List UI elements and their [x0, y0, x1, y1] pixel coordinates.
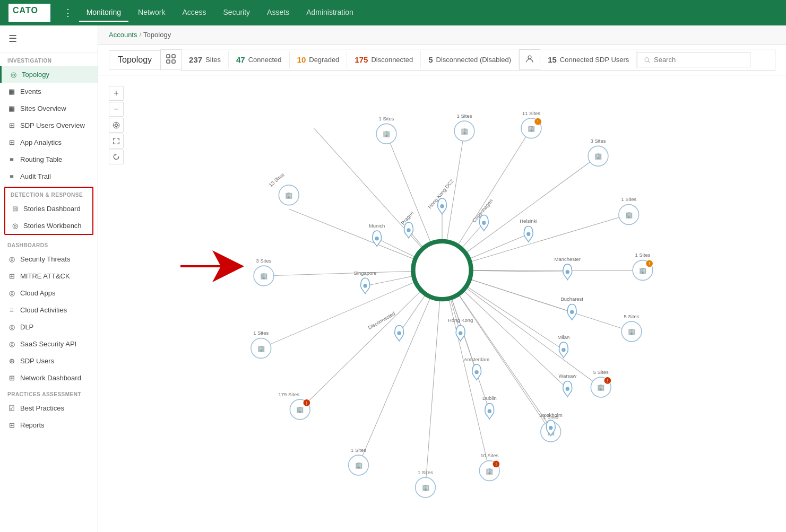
pin-munich[interactable]: Munich	[369, 223, 385, 247]
stories-dashboard-icon: ⊟	[11, 204, 19, 213]
sidebar-item-dlp[interactable]: ◎ DLP	[0, 318, 98, 335]
pin-hongkong[interactable]: Hong Kong	[448, 317, 473, 341]
node-1sites-left-mid[interactable]: 🏢 1 Sites	[251, 330, 271, 358]
node-1sites-right-top[interactable]: 🏢 1 Sites	[619, 196, 639, 224]
pin-warsaw[interactable]: Warsaw	[558, 373, 576, 397]
node-1sites-bottom-ctr[interactable]: 🏢 1 Sites	[416, 469, 436, 498]
cloud-activities-icon: ≡	[7, 306, 16, 314]
stat-degraded[interactable]: 10 Degraded	[290, 51, 348, 68]
sidebar-item-reports[interactable]: ⊞ Reports	[0, 416, 98, 433]
svg-text:1 Sites: 1 Sites	[457, 113, 472, 119]
sidebar-item-routing-table[interactable]: ≡ Routing Table	[0, 151, 98, 168]
cloud-apps-icon: ◎	[7, 289, 16, 297]
node-1sites-bot-left[interactable]: 🏢 1 Sites	[349, 447, 369, 475]
pin-prague[interactable]: Prague	[400, 210, 414, 238]
sidebar-item-best-practices[interactable]: ☑ Best Practices	[0, 399, 98, 416]
node-3sites-top[interactable]: 🏢 3 Sites	[588, 138, 608, 166]
node-179sites[interactable]: 🏢 ! 179 Sites	[279, 391, 310, 420]
breadcrumb-accounts[interactable]: Accounts	[109, 31, 137, 39]
svg-point-109	[482, 221, 486, 225]
node-10sites-bottom[interactable]: 🏢 ! 10 Sites	[479, 452, 499, 481]
sidebar-item-network-dashboard-label: Network Dashboard	[20, 374, 81, 382]
nav-monitoring[interactable]: Monitoring	[79, 4, 128, 22]
nav-assets[interactable]: Assets	[260, 4, 297, 22]
pin-singapore[interactable]: Singapore	[354, 270, 377, 294]
svg-text:10 Sites: 10 Sites	[480, 452, 498, 458]
svg-text:Bucharest: Bucharest	[560, 296, 583, 302]
svg-text:1 Sites: 1 Sites	[621, 196, 636, 202]
sidebar-item-stories-dashboard[interactable]: ⊟ Stories Dashboard	[5, 200, 92, 217]
sidebar-item-cloud-activities-label: Cloud Activities	[20, 306, 67, 314]
stat-disconnected[interactable]: 175 Disconnected	[347, 51, 421, 68]
stat-disconnected-disabled[interactable]: 5 Disconnected (Disabled)	[421, 51, 519, 68]
zoom-out-button[interactable]: −	[109, 102, 124, 117]
zoom-in-button[interactable]: +	[109, 86, 124, 101]
center-hub[interactable]	[413, 241, 471, 299]
grid-icon[interactable]: ⋮	[63, 7, 73, 19]
sidebar-item-stories-workbench[interactable]: ◎ Stories Workbench	[5, 217, 92, 234]
sidebar-item-events[interactable]: ▦ Events	[0, 83, 98, 100]
pin-dublin[interactable]: Dublin	[482, 395, 497, 419]
sidebar-item-mitre[interactable]: ⊞ MITRE ATT&CK	[0, 267, 98, 284]
nav-security[interactable]: Security	[216, 4, 258, 22]
topology-diagram[interactable]: 🏢 13 Sites 🏢 1 Sites 🏢 1 Sites	[98, 75, 786, 532]
pin-amsterdam[interactable]: Amsterdam	[464, 356, 489, 380]
nav-access[interactable]: Access	[175, 4, 213, 22]
search-input[interactable]	[654, 56, 744, 64]
breadcrumb: Accounts / Topology	[98, 25, 786, 45]
sidebar-item-sites-overview[interactable]: ▦ Sites Overview	[0, 100, 98, 117]
topology-view-icon[interactable]	[160, 49, 181, 70]
pin-milan[interactable]: Milan	[558, 334, 570, 358]
refresh-button[interactable]	[109, 150, 124, 164]
sdp-users-icon: ⊞	[7, 121, 16, 129]
sidebar-item-cloud-activities[interactable]: ≡ Cloud Activities	[0, 301, 98, 318]
sidebar-item-sdp-users-overview[interactable]: ⊞ SDP Users Overview	[0, 117, 98, 134]
node-1sites-right-mid[interactable]: 🏢 ! 1 Sites	[633, 252, 653, 280]
sidebar-item-events-label: Events	[20, 88, 41, 95]
routing-table-icon: ≡	[7, 155, 16, 163]
sidebar-item-security-label: Security Threats	[20, 255, 70, 263]
sidebar-item-reports-label: Reports	[20, 421, 45, 429]
node-3sites-left[interactable]: 🏢 3 Sites	[254, 258, 274, 286]
node-5sites-right[interactable]: 🏢 5 Sites	[621, 313, 642, 342]
map-area: + −	[98, 75, 786, 532]
topology-search-box[interactable]	[637, 52, 750, 67]
nav-network[interactable]: Network	[131, 4, 172, 22]
stat-connected[interactable]: 47 Connected	[229, 51, 290, 68]
logo: CATO NETWORKS	[8, 4, 50, 22]
stat-sites[interactable]: 237 Sites	[182, 51, 229, 68]
pin-helsinki[interactable]: Helsinki	[520, 218, 537, 242]
node-1sites-left[interactable]: 🏢 1 Sites	[376, 116, 396, 144]
svg-text:🏢: 🏢	[528, 125, 535, 132]
sidebar-item-topology[interactable]: ◎ Topology	[0, 66, 98, 83]
sidebar-item-cloud-apps[interactable]: ◎ Cloud Apps	[0, 284, 98, 301]
section-dashboards: DASHBOARDS	[0, 237, 98, 250]
pin-hongkong-dc2[interactable]: Hong Kong DC2	[427, 178, 455, 214]
svg-text:🏢: 🏢	[296, 406, 304, 413]
sidebar-item-security-threats[interactable]: ◎ Security Threats	[0, 250, 98, 267]
pin-copenhagen[interactable]: Copenhagen	[471, 198, 494, 231]
sdp-users-icon-btn[interactable]	[519, 49, 540, 70]
svg-point-131	[363, 284, 367, 287]
stat-sdp-users[interactable]: 15 Connected SDP Users	[540, 51, 637, 68]
svg-text:🏢: 🏢	[422, 484, 430, 491]
node-13sites[interactable]: 🏢 13 Sites	[267, 171, 299, 205]
fullscreen-button[interactable]	[109, 134, 124, 149]
sidebar-item-network-dashboard[interactable]: ⊞ Network Dashboard	[0, 369, 98, 386]
center-button[interactable]	[109, 118, 124, 133]
sidebar-item-saas[interactable]: ◎ SaaS Security API	[0, 335, 98, 352]
sidebar-item-audit-trail[interactable]: ≡ Audit Trail	[0, 168, 98, 185]
pin-bucharest[interactable]: Bucharest	[560, 296, 583, 320]
node-11sites[interactable]: 🏢 ! 11 Sites	[521, 110, 541, 138]
node-1sites-top-center[interactable]: 🏢 1 Sites	[454, 113, 474, 141]
sidebar-item-sdp-users[interactable]: ⊕ SDP Users	[0, 352, 98, 369]
svg-point-4	[528, 56, 531, 59]
sidebar-item-app-analytics[interactable]: ⊞ App Analytics	[0, 134, 98, 151]
node-5sites-right-lower[interactable]: 🏢 ! 5 Sites	[591, 369, 611, 397]
dlp-icon: ◎	[7, 322, 16, 331]
sidebar-item-sdp-users-label: SDP Users Overview	[20, 121, 85, 129]
pin-manchester[interactable]: Manchester	[555, 256, 581, 280]
nav-administration[interactable]: Administration	[299, 4, 361, 22]
svg-point-133	[375, 237, 378, 240]
hamburger-menu[interactable]: ☰	[0, 25, 98, 53]
